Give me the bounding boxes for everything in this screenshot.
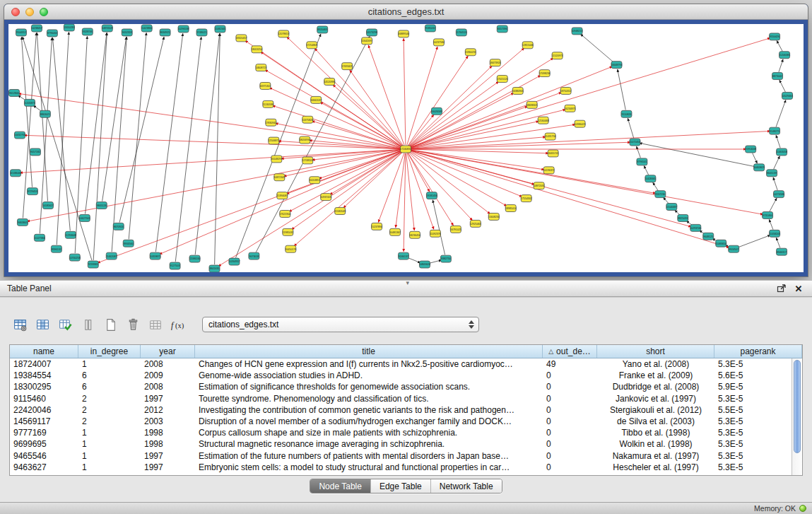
graph-node[interactable]: 16234875: [565, 105, 576, 112]
table-cell[interactable]: 5.3E-5: [714, 439, 792, 449]
graph-node[interactable]: 9648125: [703, 233, 714, 240]
graph-node[interactable]: 8863021: [40, 110, 50, 117]
graph-node[interactable]: 15394087: [276, 192, 288, 199]
graph-node[interactable]: 11764520: [456, 29, 467, 36]
table-cell[interactable]: de Silva et al. (2003): [597, 416, 714, 426]
graph-node[interactable]: 8946317: [777, 248, 787, 255]
graph-node[interactable]: 9612840: [8, 89, 19, 96]
table-cell[interactable]: 1998: [141, 428, 195, 438]
table-cell[interactable]: Estimation of significance thresholds fo…: [195, 382, 543, 392]
table-cell[interactable]: Estimation of the future numbers of pati…: [195, 451, 543, 461]
table-cell[interactable]: 2: [78, 405, 141, 415]
graph-node[interactable]: 11072453: [630, 139, 641, 146]
table-cell[interactable]: 1997: [141, 451, 195, 461]
graph-node[interactable]: 9382750: [440, 255, 451, 262]
table-cell[interactable]: 49: [543, 359, 597, 369]
table-cell[interactable]: 5.3E-5: [714, 359, 792, 369]
graph-node[interactable]: 9328746: [82, 28, 93, 35]
graph-node[interactable]: 11463058: [776, 148, 787, 156]
table-cell[interactable]: 5.3E-5: [714, 416, 792, 426]
table-cell[interactable]: Tourette syndrome. Phenomenology and cla…: [195, 394, 543, 404]
graph-node[interactable]: 16889540: [398, 30, 409, 37]
table-cell[interactable]: 2009: [141, 370, 195, 380]
table-cell[interactable]: 1: [78, 451, 141, 461]
graph-node[interactable]: 16648794: [611, 62, 622, 69]
graph-node[interactable]: 17830942: [265, 119, 276, 126]
graph-node[interactable]: 17098234: [539, 70, 551, 77]
graph-node[interactable]: 10805624: [419, 261, 430, 268]
column-header-name[interactable]: name: [10, 345, 78, 358]
table-cell[interactable]: Embryonic stem cells: a model to study s…: [195, 462, 543, 472]
table-cell[interactable]: 0: [543, 382, 597, 392]
close-window-icon[interactable]: [11, 8, 20, 16]
tab-node-table[interactable]: Node Table: [310, 479, 370, 493]
minimize-window-icon[interactable]: [25, 8, 34, 16]
table-cell[interactable]: 5.3E-5: [714, 428, 792, 438]
table-cell[interactable]: 1998: [141, 439, 195, 449]
graph-node[interactable]: 9673018: [249, 252, 259, 259]
graph-node[interactable]: 8924507: [729, 245, 739, 252]
table-scrollbar[interactable]: [792, 358, 802, 475]
graph-node[interactable]: 10185627: [42, 202, 54, 209]
graph-node[interactable]: 11240586: [263, 100, 274, 107]
column-header-year[interactable]: year: [141, 345, 195, 358]
choose-columns-icon[interactable]: [33, 315, 52, 334]
graph-node[interactable]: 11058243: [769, 230, 780, 237]
graph-node[interactable]: 12925463: [470, 220, 481, 227]
graph-node[interactable]: 18985014: [505, 205, 517, 212]
graph-node[interactable]: 12815046: [522, 42, 534, 49]
graph-node[interactable]: 9731460: [763, 211, 773, 218]
graph-node[interactable]: 9463805: [17, 218, 28, 226]
table-cell[interactable]: Changes of HCN gene expression and I(f) …: [195, 359, 543, 369]
graph-node[interactable]: 10463829: [753, 164, 765, 171]
table-cell[interactable]: 5.6E-5: [714, 370, 792, 380]
graph-node[interactable]: 8796541: [637, 158, 647, 165]
zoom-window-icon[interactable]: [40, 8, 48, 16]
graph-node[interactable]: 8920463: [317, 26, 328, 33]
graph-node[interactable]: 16203857: [309, 177, 320, 184]
graph-node[interactable]: 10296538: [178, 25, 189, 33]
graph-node[interactable]: 8670924: [113, 223, 124, 230]
graph-node[interactable]: 11083654: [715, 240, 726, 247]
table-cell[interactable]: Wolkin et al. (1998): [597, 439, 714, 449]
graph-node[interactable]: 11520973: [552, 52, 563, 59]
table-cell[interactable]: 5.9E-5: [714, 382, 792, 392]
graph-node[interactable]: 9185032: [425, 25, 435, 32]
table-cell[interactable]: 0: [543, 462, 597, 472]
graph-node[interactable]: 10874509: [102, 25, 113, 32]
function-builder-icon[interactable]: f(x): [168, 315, 188, 334]
graph-node[interactable]: 8634925: [160, 29, 170, 36]
close-panel-button[interactable]: ✕: [792, 283, 805, 294]
graph-node[interactable]: 11206385: [779, 52, 790, 59]
graph-node[interactable]: 15237894: [371, 223, 382, 230]
import-disabled-icon[interactable]: [146, 315, 165, 334]
graph-node[interactable]: 10937426: [320, 194, 331, 201]
graph-node[interactable]: 14608723: [255, 64, 266, 71]
graph-node[interactable]: 8457396: [497, 25, 507, 33]
graph-node[interactable]: 8596132: [51, 245, 61, 252]
table-cell[interactable]: 5.5E-5: [714, 405, 792, 415]
table-cell[interactable]: 22420046: [10, 405, 78, 415]
graph-node[interactable]: 15608230: [488, 213, 500, 220]
table-cell[interactable]: Structural magnetic resonance image aver…: [195, 439, 543, 449]
graph-node[interactable]: 10359871: [150, 252, 161, 259]
graph-node[interactable]: 11642097: [361, 37, 372, 45]
graph-node[interactable]: 12078653: [278, 30, 289, 37]
table-cell[interactable]: 2008: [141, 382, 195, 392]
table-cell[interactable]: Investigating the contribution of common…: [195, 405, 543, 415]
graph-node[interactable]: 18236450: [409, 231, 420, 238]
graph-node[interactable]: 9510826: [621, 110, 632, 117]
graph-node[interactable]: 17554302: [521, 195, 532, 202]
graph-node[interactable]: 11027384: [34, 234, 45, 241]
graph-node[interactable]: 9218365: [88, 261, 98, 268]
graph-node[interactable]: 9246137: [399, 252, 409, 259]
graph-node[interactable]: 11205873: [24, 99, 35, 106]
network-canvas[interactable]: 9504312102384578796034116502839328746108…: [8, 24, 804, 272]
table-row[interactable]: 1456911722003Disruption of a novel membe…: [10, 416, 792, 427]
graph-node[interactable]: 9504312: [16, 29, 26, 36]
window-titlebar[interactable]: citations_edges.txt: [4, 4, 808, 20]
table-cell[interactable]: Tibbo et al. (1998): [597, 428, 714, 438]
table-cell[interactable]: 9463627: [10, 462, 78, 472]
graph-node[interactable]: 11650283: [64, 24, 75, 31]
row-height-icon[interactable]: [78, 315, 98, 334]
